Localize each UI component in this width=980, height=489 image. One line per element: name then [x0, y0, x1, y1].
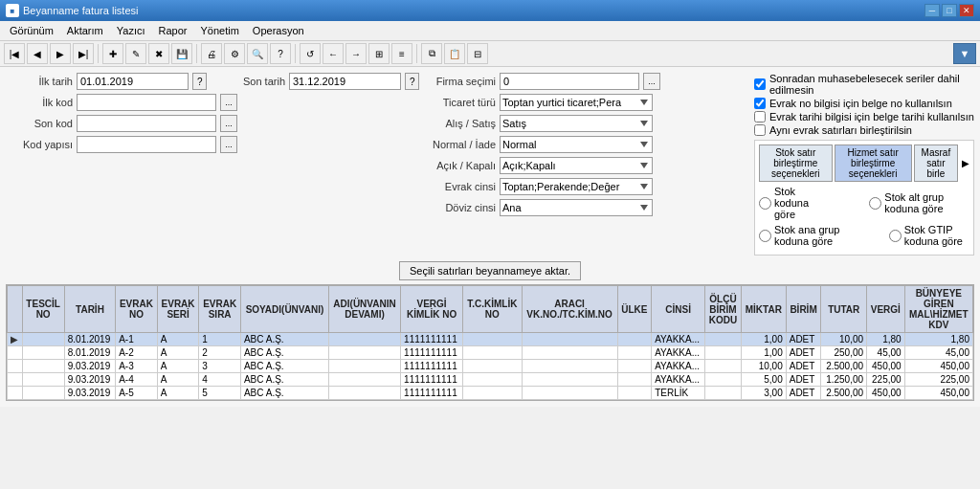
tb-extra2[interactable]: ≡ [391, 43, 412, 64]
tb-download-button[interactable]: ▼ [953, 43, 976, 64]
tab-masraf[interactable]: Masraf satır birle [914, 144, 958, 182]
tb-refresh[interactable]: ↺ [300, 43, 321, 64]
son-tarih-question[interactable]: ? [405, 73, 419, 90]
checkbox-row-0: Sonradan muhasebelesecek seriler dahil e… [754, 73, 974, 96]
menu-yonetim[interactable]: Yönetim [195, 23, 245, 38]
radio-stok-ana-input[interactable] [759, 230, 771, 242]
tb-prev[interactable]: ◀ [27, 43, 48, 64]
checkbox-panel: Sonradan muhasebelesecek seriler dahil e… [754, 73, 974, 136]
acik-kapali-label: Açık / Kapalı [429, 160, 496, 171]
tb-next[interactable]: ▶ [50, 43, 71, 64]
th-evrak-sira: EVRAKSIRA [199, 286, 241, 333]
kod-yapisi-row: Kod yapısı ... [6, 136, 419, 153]
th-birim: BİRİM [786, 286, 821, 333]
tb-separator-4 [416, 44, 417, 63]
doviz-cinsi-select[interactable]: Ana [500, 199, 653, 216]
menu-operasyon[interactable]: Operasyon [247, 23, 310, 38]
tb-last[interactable]: ▶| [73, 43, 94, 64]
tb-print[interactable]: 🖨 [201, 43, 222, 64]
menu-rapor[interactable]: Rapor [153, 23, 193, 38]
tb-delete[interactable]: ✖ [148, 43, 169, 64]
maximize-button[interactable]: □ [942, 4, 957, 17]
radio-stok-gtip-input[interactable] [889, 230, 902, 242]
checkbox-0[interactable] [754, 78, 766, 90]
acik-kapali-select[interactable]: Açık;Kapalı [500, 157, 653, 174]
stok-radio-row-0: Stok koduna göre Stok alt grup koduna gö… [759, 186, 969, 220]
menu-yazici[interactable]: Yazıcı [111, 23, 151, 38]
checkbox-2[interactable] [754, 111, 766, 122]
table-row[interactable]: 9.03.2019A-5A5ABC A.Ş.1111111111TERLİK3,… [8, 387, 973, 400]
checkbox-label-2: Evrak tarihi bilgisi için belge tarihi k… [769, 111, 974, 122]
stok-section: Stok satır birleştirme seçenekleri Hizme… [754, 140, 974, 256]
th-selector [8, 286, 23, 333]
ilk-tarih-row: İlk tarih ? Son tarih ? [6, 73, 419, 90]
title-bar: ■ Beyanname fatura listesi ─ □ ✕ [0, 0, 980, 21]
radio-stok-gtip[interactable]: Stok GTIP koduna göre [889, 224, 969, 247]
stok-tab-bar: Stok satır birleştirme seçenekleri Hizme… [759, 144, 969, 182]
alis-satis-select[interactable]: Satış Alış [500, 115, 653, 132]
th-araci: ARACIVK.NO./TC.KİM.NO [522, 286, 617, 333]
checkbox-label-3: Aynı evrak satırları birleştirilsin [769, 124, 912, 136]
data-table: TESCİLNO TARİH EVRAKNO EVRAKSERİ EVRAKSI… [7, 285, 973, 400]
tab-hizmet[interactable]: Hizmet satır birleştirme seçenekleri [835, 144, 912, 182]
tb-extra1[interactable]: ⊞ [368, 43, 390, 64]
table-row[interactable]: 9.03.2019A-4A4ABC A.Ş.1111111111AYAKKA..… [8, 373, 973, 387]
th-bunyeye: BÜNYEYEGİRENMAL\HİZMETKDV [904, 286, 972, 333]
tb-settings[interactable]: ⚙ [224, 43, 245, 64]
acik-kapali-row: Açık / Kapalı Açık;Kapalı [429, 157, 745, 174]
stok-radio-row-1: Stok ana grup koduna göre Stok GTIP kodu… [759, 224, 969, 247]
kod-yapisi-input[interactable] [77, 136, 216, 153]
radio-stok-ana-label: Stok ana grup koduna göre [774, 224, 851, 247]
son-tarih-input[interactable] [289, 73, 401, 90]
radio-stok-ana[interactable]: Stok ana grup koduna göre [759, 224, 851, 247]
middle-panel: Firma seçimi ... Ticaret türü Toptan yur… [429, 73, 745, 256]
tb-help[interactable]: ? [270, 43, 291, 64]
ilk-kod-input[interactable] [77, 94, 216, 111]
tb-save[interactable]: 💾 [171, 43, 192, 64]
menu-goruntum[interactable]: Görünüm [4, 23, 59, 38]
ilk-kod-dots[interactable]: ... [220, 94, 237, 111]
normal-iade-select[interactable]: Normal İade [500, 136, 653, 153]
checkbox-3[interactable] [754, 124, 766, 136]
ilk-tarih-input[interactable] [77, 73, 189, 90]
radio-stok-alt[interactable]: Stok alt grup koduna göre [869, 186, 969, 220]
radio-stok-alt-input[interactable] [869, 197, 881, 210]
radio-stok-alt-label: Stok alt grup koduna göre [884, 191, 969, 214]
kod-yapisi-dots[interactable]: ... [220, 136, 237, 153]
checkbox-row-3: Aynı evrak satırları birleştirilsin [754, 124, 974, 136]
apply-button[interactable]: Seçili satırları beyannameye aktar. [399, 261, 581, 280]
tb-forward[interactable]: → [345, 43, 367, 64]
ilk-tarih-label: İlk tarih [6, 76, 73, 87]
toolbar: |◀ ◀ ▶ ▶| ✚ ✎ ✖ 💾 🖨 ⚙ 🔍 ? ↺ ← → ⊞ ≡ ⧉ 📋 … [0, 41, 980, 67]
tb-paste[interactable]: 📋 [444, 43, 465, 64]
tb-add[interactable]: ✚ [102, 43, 123, 64]
left-panel: İlk tarih ? Son tarih ? İlk kod ... Son … [6, 73, 419, 256]
radio-stok-kod[interactable]: Stok koduna göre [759, 186, 831, 220]
checkbox-1[interactable] [754, 98, 766, 109]
ilk-tarih-question[interactable]: ? [192, 73, 207, 90]
firma-secimi-dots[interactable]: ... [643, 73, 660, 90]
menu-aktarim[interactable]: Aktarım [61, 23, 109, 38]
th-cinsi: CİNSİ [652, 286, 705, 333]
minimize-button[interactable]: ─ [924, 4, 940, 17]
doviz-cinsi-row: Döviz cinsi Ana [429, 199, 745, 216]
tb-search[interactable]: 🔍 [247, 43, 268, 64]
ticaret-turu-select[interactable]: Toptan yurtici ticaret;Pera [500, 94, 653, 111]
tab-scroll-right[interactable]: ▶ [962, 158, 969, 168]
evrak-cinsi-select[interactable]: Toptan;Perakende;Değer [500, 178, 653, 195]
tb-edit[interactable]: ✎ [125, 43, 146, 64]
radio-stok-kod-label: Stok koduna göre [774, 186, 831, 220]
son-kod-input[interactable] [77, 115, 216, 132]
tb-first[interactable]: |◀ [4, 43, 25, 64]
table-row[interactable]: 8.01.2019A-2A2ABC A.Ş.1111111111AYAKKA..… [8, 346, 973, 360]
firma-secimi-input[interactable] [500, 73, 639, 90]
table-row[interactable]: ▶8.01.2019A-1A1ABC A.Ş.1111111111AYAKKA.… [8, 333, 973, 346]
table-row[interactable]: 9.03.2019A-3A3ABC A.Ş.1111111111AYAKKA..… [8, 360, 973, 373]
radio-stok-kod-input[interactable] [759, 197, 771, 210]
close-button[interactable]: ✕ [959, 4, 974, 17]
tb-extra3[interactable]: ⊟ [467, 43, 488, 64]
tab-stok[interactable]: Stok satır birleştirme seçenekleri [759, 144, 833, 182]
son-kod-dots[interactable]: ... [220, 115, 237, 132]
tb-back[interactable]: ← [323, 43, 344, 64]
tb-copy[interactable]: ⧉ [421, 43, 442, 64]
